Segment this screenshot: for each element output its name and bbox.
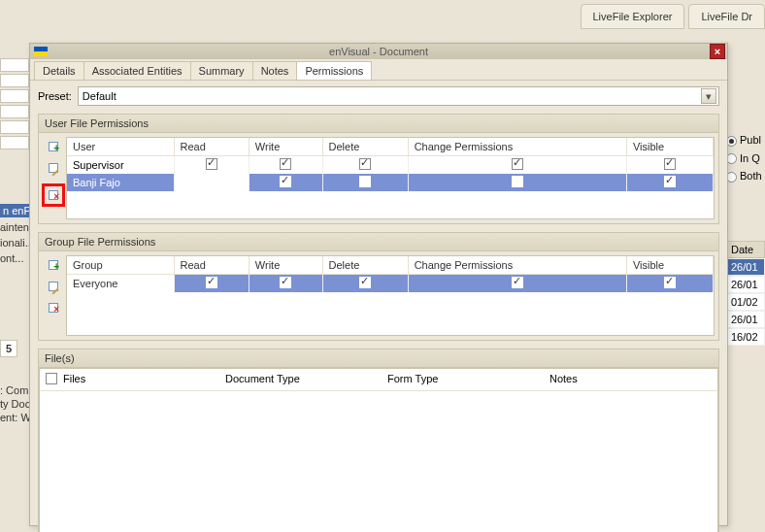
preset-row: Preset: Default ▾ <box>38 86 719 106</box>
checkbox-write[interactable] <box>280 277 291 288</box>
checkbox-write[interactable] <box>280 158 291 170</box>
dialog-tabs: Details Associated Entities Summary Note… <box>30 59 727 81</box>
group-perm-toolbar <box>43 255 64 316</box>
app-icon <box>34 47 48 56</box>
col-change-permissions[interactable]: Change Permissions <box>408 138 626 156</box>
tab-permissions[interactable]: Permissions <box>296 61 372 80</box>
col-form-type[interactable]: Form Type <box>387 373 549 386</box>
delete-user-perm-highlight <box>42 183 65 207</box>
checkbox-read[interactable] <box>206 158 217 170</box>
files-table: Files Document Type Form Type Notes <box>39 368 718 532</box>
preset-label: Preset: <box>38 90 72 102</box>
user-perm-toolbar <box>43 137 64 207</box>
bg-date-row[interactable]: 26/01 <box>726 311 765 328</box>
tab-associated-entities[interactable]: Associated Entities <box>83 61 191 80</box>
col-visible[interactable]: Visible <box>626 256 713 275</box>
checkbox-write[interactable] <box>280 176 291 187</box>
checkbox-delete[interactable] <box>359 277 371 288</box>
user-name: Supervisor <box>67 156 174 175</box>
delete-group-perm-icon[interactable] <box>46 300 61 316</box>
bg-radio-both[interactable]: Both <box>726 170 765 183</box>
add-group-perm-icon[interactable] <box>46 257 61 273</box>
col-notes[interactable]: Notes <box>549 373 712 386</box>
bg-left-item[interactable]: ainten.. <box>0 221 29 233</box>
checkbox-visible[interactable] <box>664 277 676 288</box>
bg-tab-livefile-dr[interactable]: LiveFile Dr <box>688 4 765 29</box>
bg-left-item[interactable]: ionali.. <box>0 237 29 249</box>
col-delete[interactable]: Delete <box>322 138 408 156</box>
checkbox-change[interactable] <box>512 158 523 170</box>
user-perm-row-supervisor[interactable]: Supervisor <box>67 156 714 175</box>
checkbox-read[interactable] <box>206 176 217 187</box>
col-write[interactable]: Write <box>249 138 322 156</box>
col-write[interactable]: Write <box>249 256 322 275</box>
background-left-strip: n enPr.. ainten.. ionali.. ont... <box>0 58 29 268</box>
dialog-titlebar[interactable]: enVisual - Document × <box>30 44 727 59</box>
files-header-row: Files Document Type Form Type Notes <box>40 369 717 391</box>
add-user-perm-icon[interactable] <box>46 139 61 154</box>
bg-radio-publ[interactable]: Publ <box>726 134 765 147</box>
col-group[interactable]: Group <box>67 256 174 275</box>
col-read[interactable]: Read <box>174 138 249 156</box>
group-permissions-header: Group File Permissions <box>39 233 718 251</box>
tab-summary[interactable]: Summary <box>190 61 253 80</box>
checkbox-read[interactable] <box>206 277 217 288</box>
files-group: File(s) Files Document Type Form Type No… <box>38 349 719 532</box>
col-delete[interactable]: Delete <box>322 256 408 275</box>
bg-cell-5: 5 <box>0 340 17 357</box>
col-user[interactable]: User <box>67 138 174 156</box>
checkbox-delete[interactable] <box>359 158 371 170</box>
user-perm-header-row: User Read Write Delete Change Permission… <box>67 138 714 156</box>
checkbox-change[interactable] <box>512 176 523 187</box>
col-document-type[interactable]: Document Type <box>225 373 387 386</box>
col-visible[interactable]: Visible <box>626 138 713 156</box>
group-perm-header-row: Group Read Write Delete Change Permissio… <box>67 256 714 275</box>
user-perm-row-banji-fajo[interactable]: Banji Fajo <box>67 174 714 191</box>
checkbox-visible[interactable] <box>664 176 676 187</box>
edit-user-perm-icon[interactable] <box>46 160 61 176</box>
bg-date-header[interactable]: Date <box>726 241 765 258</box>
user-permissions-header: User File Permissions <box>39 115 718 133</box>
files-empty-area <box>40 391 717 532</box>
edit-group-perm-icon[interactable] <box>46 279 61 294</box>
dialog-title: enVisual - Document <box>48 46 710 57</box>
bg-date-row[interactable]: 16/02 <box>726 328 765 346</box>
bg-left-item[interactable]: ont... <box>0 252 29 264</box>
bg-date-row[interactable]: 26/01 <box>726 258 765 276</box>
col-change-permissions[interactable]: Change Permissions <box>408 256 626 275</box>
close-button[interactable]: × <box>710 44 725 59</box>
bg-tab-livefile-explorer[interactable]: LiveFile Explorer <box>581 4 685 29</box>
background-right-strip: Publ In Q Both Date 26/01 26/01 01/02 26… <box>726 85 765 346</box>
background-bottom-strip: 5 : Com ty Doc ent: W <box>0 340 31 425</box>
group-permissions-group: Group File Permissions Group Read Write <box>38 232 719 341</box>
delete-user-perm-icon[interactable] <box>46 187 61 203</box>
tab-details[interactable]: Details <box>34 61 84 80</box>
col-read[interactable]: Read <box>174 256 249 275</box>
files-header: File(s) <box>39 349 718 368</box>
bg-radio-inq[interactable]: In Q <box>726 152 765 165</box>
bg-left-selected[interactable]: n enPr.. <box>0 204 29 217</box>
preset-value: Default <box>83 90 701 102</box>
col-files[interactable]: Files <box>63 373 225 386</box>
user-permissions-group: User File Permissions User Read <box>38 114 719 224</box>
group-perm-table: Group Read Write Delete Change Permissio… <box>66 255 715 336</box>
checkbox-delete[interactable] <box>359 176 371 187</box>
user-name: Banji Fajo <box>67 174 174 191</box>
document-dialog: enVisual - Document × Details Associated… <box>29 43 728 526</box>
checkbox-change[interactable] <box>512 277 523 288</box>
files-select-all-checkbox[interactable] <box>46 373 57 384</box>
bg-date-row[interactable]: 01/02 <box>726 293 765 311</box>
tab-notes[interactable]: Notes <box>252 61 298 80</box>
checkbox-visible[interactable] <box>664 158 676 170</box>
group-perm-row-everyone[interactable]: Everyone <box>67 275 714 293</box>
preset-combo[interactable]: Default ▾ <box>78 86 719 106</box>
group-name: Everyone <box>67 275 174 293</box>
chevron-down-icon[interactable]: ▾ <box>701 88 716 104</box>
user-perm-table: User Read Write Delete Change Permission… <box>66 137 715 219</box>
bg-date-row[interactable]: 26/01 <box>726 276 765 293</box>
background-tabs: LiveFile Explorer LiveFile Dr <box>581 4 766 29</box>
